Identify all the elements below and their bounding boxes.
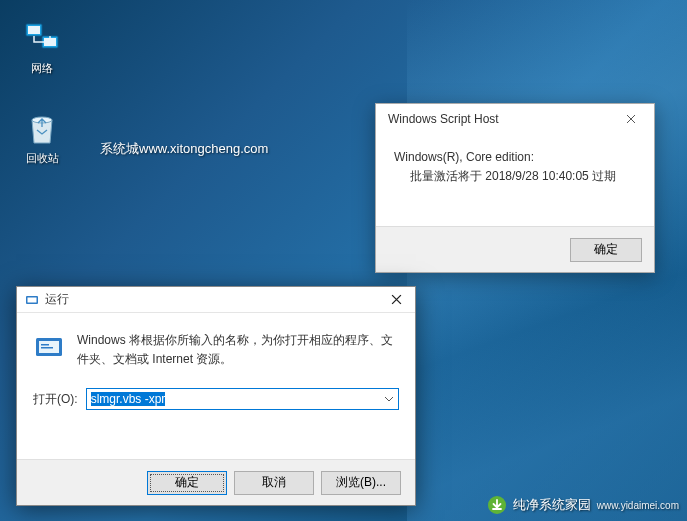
run-title-icon bbox=[25, 293, 39, 307]
run-footer: 确定 取消 浏览(B)... bbox=[17, 459, 415, 505]
open-combobox[interactable] bbox=[86, 388, 399, 410]
browse-button[interactable]: 浏览(B)... bbox=[321, 471, 401, 495]
open-label: 打开(O): bbox=[33, 391, 78, 408]
run-titlebar[interactable]: 运行 bbox=[17, 287, 415, 313]
wsh-message-line1: Windows(R), Core edition: bbox=[394, 148, 636, 167]
brand-url: www.yidaimei.com bbox=[597, 500, 679, 511]
open-input[interactable] bbox=[86, 388, 399, 410]
desktop-icon-label: 网络 bbox=[31, 62, 53, 74]
ok-button[interactable]: 确定 bbox=[147, 471, 227, 495]
ok-button[interactable]: 确定 bbox=[570, 238, 642, 262]
dropdown-button[interactable] bbox=[380, 389, 398, 409]
close-icon bbox=[391, 294, 402, 305]
wsh-titlebar[interactable]: Windows Script Host bbox=[376, 104, 654, 134]
close-button[interactable] bbox=[616, 111, 646, 127]
run-description: Windows 将根据你所输入的名称，为你打开相应的程序、文件夹、文档或 Int… bbox=[77, 331, 399, 368]
desktop: 网络 回收站 系统城www.xitongcheng.com Windows Sc… bbox=[0, 0, 687, 521]
chevron-down-icon bbox=[385, 397, 393, 402]
close-button[interactable] bbox=[381, 291, 411, 308]
desktop-icon-label: 回收站 bbox=[26, 152, 59, 164]
wsh-footer: 确定 bbox=[376, 226, 654, 272]
svg-rect-9 bbox=[41, 344, 49, 346]
run-title-text: 运行 bbox=[45, 291, 381, 308]
desktop-watermark: 系统城www.xitongcheng.com bbox=[100, 140, 268, 158]
svg-rect-10 bbox=[41, 347, 53, 349]
close-icon bbox=[626, 114, 636, 124]
branding: 纯净系统家园 www.yidaimei.com bbox=[487, 495, 679, 515]
network-icon bbox=[22, 18, 62, 58]
download-icon bbox=[487, 495, 507, 515]
run-dialog-icon bbox=[33, 331, 65, 363]
recycle-bin-icon bbox=[22, 108, 62, 148]
cancel-button[interactable]: 取消 bbox=[234, 471, 314, 495]
desktop-icon-network[interactable]: 网络 bbox=[12, 18, 72, 76]
svg-rect-6 bbox=[28, 297, 37, 302]
wsh-dialog: Windows Script Host Windows(R), Core edi… bbox=[375, 103, 655, 273]
wsh-title-text: Windows Script Host bbox=[388, 112, 616, 126]
svg-rect-1 bbox=[28, 26, 40, 34]
run-dialog: 运行 Windows 将根据你所输入的名称，为你打开相应的程序、文件夹、文档或 … bbox=[16, 286, 416, 506]
wsh-message-line2: 批量激活将于 2018/9/28 10:40:05 过期 bbox=[394, 167, 636, 186]
desktop-icon-recycle[interactable]: 回收站 bbox=[12, 108, 72, 166]
wsh-body: Windows(R), Core edition: 批量激活将于 2018/9/… bbox=[376, 134, 654, 226]
run-body: Windows 将根据你所输入的名称，为你打开相应的程序、文件夹、文档或 Int… bbox=[17, 313, 415, 459]
brand-name: 纯净系统家园 bbox=[513, 497, 591, 512]
